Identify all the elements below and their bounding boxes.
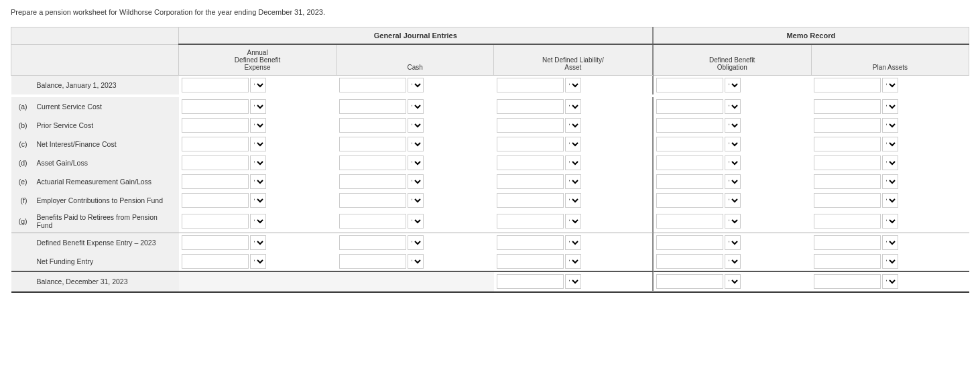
select-row_c-col1[interactable]: ∨ [408, 137, 424, 151]
select-balance_jan-col1[interactable]: ∨ [408, 78, 424, 92]
input-row_e-col2[interactable] [497, 174, 564, 189]
input-row_b-col4[interactable] [814, 118, 881, 133]
input-row_b-col3[interactable] [656, 118, 723, 133]
input-row_db_expense-col0[interactable] [182, 235, 249, 250]
input-balance_dec-col4[interactable] [814, 274, 881, 289]
input-row_e-col4[interactable] [814, 174, 881, 189]
input-balance_dec-col2[interactable] [497, 274, 564, 289]
select-balance_dec-col2[interactable]: ∨ [565, 274, 581, 289]
input-balance_jan-col3[interactable] [656, 78, 723, 92]
input-row_d-col3[interactable] [656, 155, 723, 170]
select-balance_jan-col2[interactable]: ∨ [565, 78, 581, 92]
input-row_db_expense-col4[interactable] [814, 235, 881, 250]
input-balance_jan-col1[interactable] [339, 78, 406, 92]
input-row_c-col1[interactable] [339, 137, 406, 151]
input-row_d-col4[interactable] [814, 155, 881, 170]
input-balance_jan-col2[interactable] [497, 78, 564, 92]
input-row_g-col1[interactable] [339, 214, 406, 229]
input-row_f-col2[interactable] [497, 193, 564, 208]
select-row_d-col1[interactable]: ∨ [408, 155, 424, 170]
input-row_a-col1[interactable] [339, 99, 406, 114]
select-row_e-col0[interactable]: ∨ [250, 174, 266, 189]
select-row_f-col2[interactable]: ∨ [565, 193, 581, 208]
input-row_g-col2[interactable] [497, 214, 564, 229]
select-row_c-col3[interactable]: ∨ [725, 137, 741, 151]
input-row_f-col4[interactable] [814, 193, 881, 208]
select-row_c-col2[interactable]: ∨ [565, 137, 581, 151]
input-row_a-col0[interactable] [182, 99, 249, 114]
select-row_f-col0[interactable]: ∨ [250, 193, 266, 208]
input-row_e-col3[interactable] [656, 174, 723, 189]
input-balance_jan-col0[interactable] [182, 78, 249, 92]
select-row_g-col4[interactable]: ∨ [882, 214, 898, 229]
input-row_a-col3[interactable] [656, 99, 723, 114]
input-row_g-col4[interactable] [814, 214, 881, 229]
select-row_db_expense-col3[interactable]: ∨ [725, 235, 741, 250]
select-row_net_funding-col1[interactable]: ∨ [408, 254, 424, 269]
input-row_net_funding-col1[interactable] [339, 254, 406, 269]
select-row_e-col4[interactable]: ∨ [882, 174, 898, 189]
select-row_net_funding-col0[interactable]: ∨ [250, 254, 266, 269]
select-row_g-col2[interactable]: ∨ [565, 214, 581, 229]
select-row_a-col1[interactable]: ∨ [408, 99, 424, 114]
input-row_c-col3[interactable] [656, 137, 723, 151]
select-balance_jan-col4[interactable]: ∨ [882, 78, 898, 92]
select-row_d-col3[interactable]: ∨ [725, 155, 741, 170]
input-row_d-col1[interactable] [339, 155, 406, 170]
input-row_net_funding-col3[interactable] [656, 254, 723, 269]
input-row_g-col3[interactable] [656, 214, 723, 229]
select-balance_jan-col0[interactable]: ∨ [250, 78, 266, 92]
input-row_f-col3[interactable] [656, 193, 723, 208]
input-row_a-col2[interactable] [497, 99, 564, 114]
select-balance_jan-col3[interactable]: ∨ [725, 78, 741, 92]
select-row_net_funding-col4[interactable]: ∨ [882, 254, 898, 269]
input-row_f-col0[interactable] [182, 193, 249, 208]
input-row_net_funding-col4[interactable] [814, 254, 881, 269]
input-row_db_expense-col3[interactable] [656, 235, 723, 250]
select-row_a-col2[interactable]: ∨ [565, 99, 581, 114]
select-row_d-col4[interactable]: ∨ [882, 155, 898, 170]
input-row_b-col1[interactable] [339, 118, 406, 133]
select-row_f-col1[interactable]: ∨ [408, 193, 424, 208]
select-row_a-col0[interactable]: ∨ [250, 99, 266, 114]
select-row_a-col4[interactable]: ∨ [882, 99, 898, 114]
input-row_c-col4[interactable] [814, 137, 881, 151]
input-balance_dec-col3[interactable] [656, 274, 723, 289]
select-row_f-col4[interactable]: ∨ [882, 193, 898, 208]
select-row_e-col2[interactable]: ∨ [565, 174, 581, 189]
select-row_b-col0[interactable]: ∨ [250, 118, 266, 133]
select-row_b-col1[interactable]: ∨ [408, 118, 424, 133]
input-row_d-col0[interactable] [182, 155, 249, 170]
input-row_db_expense-col2[interactable] [497, 235, 564, 250]
select-row_a-col3[interactable]: ∨ [725, 99, 741, 114]
input-row_e-col1[interactable] [339, 174, 406, 189]
input-row_net_funding-col0[interactable] [182, 254, 249, 269]
input-row_f-col1[interactable] [339, 193, 406, 208]
input-row_d-col2[interactable] [497, 155, 564, 170]
select-row_g-col1[interactable]: ∨ [408, 214, 424, 229]
input-row_b-col2[interactable] [497, 118, 564, 133]
select-row_f-col3[interactable]: ∨ [725, 193, 741, 208]
select-balance_dec-col3[interactable]: ∨ [725, 274, 741, 289]
select-row_net_funding-col3[interactable]: ∨ [725, 254, 741, 269]
input-row_c-col2[interactable] [497, 137, 564, 151]
select-row_c-col4[interactable]: ∨ [882, 137, 898, 151]
select-row_g-col3[interactable]: ∨ [725, 214, 741, 229]
input-row_c-col0[interactable] [182, 137, 249, 151]
select-row_e-col1[interactable]: ∨ [408, 174, 424, 189]
input-balance_jan-col4[interactable] [814, 78, 881, 92]
select-row_db_expense-col0[interactable]: ∨ [250, 235, 266, 250]
input-row_b-col0[interactable] [182, 118, 249, 133]
select-row_b-col4[interactable]: ∨ [882, 118, 898, 133]
input-row_db_expense-col1[interactable] [339, 235, 406, 250]
select-row_db_expense-col1[interactable]: ∨ [408, 235, 424, 250]
input-row_a-col4[interactable] [814, 99, 881, 114]
select-row_b-col3[interactable]: ∨ [725, 118, 741, 133]
input-row_e-col0[interactable] [182, 174, 249, 189]
select-row_e-col3[interactable]: ∨ [725, 174, 741, 189]
select-row_db_expense-col4[interactable]: ∨ [882, 235, 898, 250]
select-row_c-col0[interactable]: ∨ [250, 137, 266, 151]
select-row_b-col2[interactable]: ∨ [565, 118, 581, 133]
select-row_db_expense-col2[interactable]: ∨ [565, 235, 581, 250]
input-row_net_funding-col2[interactable] [497, 254, 564, 269]
